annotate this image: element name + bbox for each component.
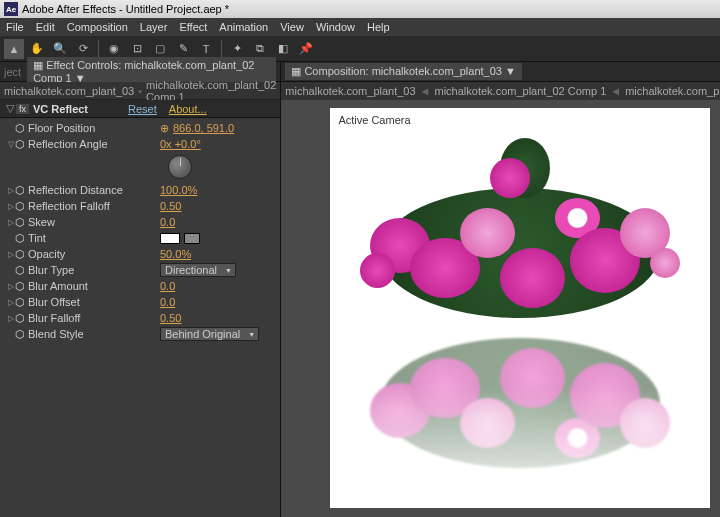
camera-tool-icon[interactable]: ◉	[104, 39, 124, 59]
reflection-falloff-value[interactable]: 0.50	[160, 200, 181, 212]
breadcrumb-item[interactable]: michalkotek.com_plant_02 Comp 1	[435, 85, 607, 97]
stopwatch-icon[interactable]: ⬡	[16, 218, 24, 226]
stopwatch-icon[interactable]: ⬡	[16, 234, 24, 242]
crosshair-icon[interactable]: ⊕	[160, 122, 169, 135]
reflection-distance-value[interactable]: 100.0%	[160, 184, 197, 196]
brush-tool-icon[interactable]: ✦	[227, 39, 247, 59]
stopwatch-icon[interactable]: ⬡	[16, 298, 24, 306]
effect-name[interactable]: VC Reflect	[33, 103, 88, 115]
title-bar: Ae Adobe After Effects - Untitled Projec…	[0, 0, 720, 18]
zoom-tool-icon[interactable]: 🔍	[50, 39, 70, 59]
separator	[221, 40, 222, 58]
stopwatch-icon[interactable]: ⬡	[16, 186, 24, 194]
prop-label: Skew	[20, 216, 160, 228]
menu-layer[interactable]: Layer	[140, 21, 168, 33]
type-tool-icon[interactable]: T	[196, 39, 216, 59]
separator	[98, 40, 99, 58]
layer-breadcrumb: michalkotek.com_plant_03 • michalkotek.c…	[0, 82, 280, 100]
menu-composition[interactable]: Composition	[67, 21, 128, 33]
canvas: Active Camera	[330, 108, 710, 508]
prop-label: Opacity	[20, 248, 160, 260]
composition-tab[interactable]: ▦ Composition: michalkotek.com_plant_03 …	[285, 63, 522, 80]
reset-link[interactable]: Reset	[128, 103, 157, 115]
menu-animation[interactable]: Animation	[219, 21, 268, 33]
menu-bar: File Edit Composition Layer Effect Anima…	[0, 18, 720, 36]
eyedropper-icon[interactable]	[184, 233, 200, 244]
app-icon: Ae	[4, 2, 18, 16]
breadcrumb-layer[interactable]: michalkotek.com_plant_02 Comp 1	[146, 79, 276, 103]
reflection-angle-value[interactable]: 0x +0.0°	[160, 138, 201, 150]
stopwatch-icon[interactable]: ⬡	[16, 330, 24, 338]
reflection-fade	[330, 388, 710, 508]
window-title: Adobe After Effects - Untitled Project.a…	[22, 3, 229, 15]
prop-label: Reflection Angle	[20, 138, 160, 150]
stopwatch-icon[interactable]: ⬡	[16, 202, 24, 210]
angle-dial[interactable]	[168, 155, 192, 179]
menu-view[interactable]: View	[280, 21, 304, 33]
menu-window[interactable]: Window	[316, 21, 355, 33]
prop-label: Blur Amount	[20, 280, 160, 292]
breadcrumb-item[interactable]: michalkotek.com_plant_02	[625, 85, 720, 97]
prop-label: Reflection Falloff	[20, 200, 160, 212]
prop-label: Reflection Distance	[20, 184, 160, 196]
prop-label: Blur Falloff	[20, 312, 160, 324]
comp-panel-tabs: ▦ Composition: michalkotek.com_plant_03 …	[281, 62, 720, 82]
project-tab[interactable]: ject	[4, 66, 21, 78]
plant-image	[360, 178, 680, 328]
effect-controls-panel: ject ▦ Effect Controls: michalkotek.com_…	[0, 62, 281, 517]
prop-label: Blur Type	[20, 264, 160, 276]
blend-style-dropdown[interactable]: Behind Original	[160, 327, 259, 341]
comp-breadcrumb: michalkotek.com_plant_03 ◄ michalkotek.c…	[281, 82, 720, 100]
pan-behind-tool-icon[interactable]: ⊡	[127, 39, 147, 59]
rect-tool-icon[interactable]: ▢	[150, 39, 170, 59]
stopwatch-icon[interactable]: ⬡	[16, 124, 24, 132]
menu-help[interactable]: Help	[367, 21, 390, 33]
puppet-tool-icon[interactable]: 📌	[296, 39, 316, 59]
stopwatch-icon[interactable]: ⬡	[16, 282, 24, 290]
prop-label: Floor Position	[20, 122, 160, 134]
breadcrumb-comp[interactable]: michalkotek.com_plant_03	[4, 85, 134, 97]
stopwatch-icon[interactable]: ⬡	[16, 266, 24, 274]
eraser-tool-icon[interactable]: ◧	[273, 39, 293, 59]
floor-position-value[interactable]: 866.0, 591.0	[173, 122, 234, 134]
menu-file[interactable]: File	[6, 21, 24, 33]
about-link[interactable]: About...	[169, 103, 207, 115]
tint-color-swatch[interactable]	[160, 233, 180, 244]
composition-panel: ▦ Composition: michalkotek.com_plant_03 …	[281, 62, 720, 517]
menu-effect[interactable]: Effect	[179, 21, 207, 33]
composition-viewer[interactable]: Active Camera	[281, 100, 720, 517]
prop-label: Tint	[20, 232, 160, 244]
rotate-tool-icon[interactable]: ⟳	[73, 39, 93, 59]
clone-tool-icon[interactable]: ⧉	[250, 39, 270, 59]
fx-badge-icon[interactable]: fx	[16, 104, 29, 114]
stopwatch-icon[interactable]: ⬡	[16, 314, 24, 322]
menu-edit[interactable]: Edit	[36, 21, 55, 33]
prop-label: Blend Style	[20, 328, 160, 340]
pen-tool-icon[interactable]: ✎	[173, 39, 193, 59]
prop-label: Blur Offset	[20, 296, 160, 308]
hand-tool-icon[interactable]: ✋	[27, 39, 47, 59]
opacity-value[interactable]: 50.0%	[160, 248, 191, 260]
blur-type-dropdown[interactable]: Directional	[160, 263, 236, 277]
blur-offset-value[interactable]: 0.0	[160, 296, 175, 308]
selection-tool-icon[interactable]: ▲	[4, 39, 24, 59]
active-camera-label: Active Camera	[338, 114, 410, 126]
blur-amount-value[interactable]: 0.0	[160, 280, 175, 292]
effect-header: ▽ fx VC Reflect Reset About...	[0, 100, 280, 118]
skew-value[interactable]: 0.0	[160, 216, 175, 228]
stopwatch-icon[interactable]: ⬡	[16, 140, 24, 148]
breadcrumb-item[interactable]: michalkotek.com_plant_03	[285, 85, 415, 97]
stopwatch-icon[interactable]: ⬡	[16, 250, 24, 258]
effect-twirl-icon[interactable]: ▽	[6, 102, 14, 115]
property-list: ⬡ Floor Position ⊕ 866.0, 591.0 ▽ ⬡ Refl…	[0, 118, 280, 344]
blur-falloff-value[interactable]: 0.50	[160, 312, 181, 324]
